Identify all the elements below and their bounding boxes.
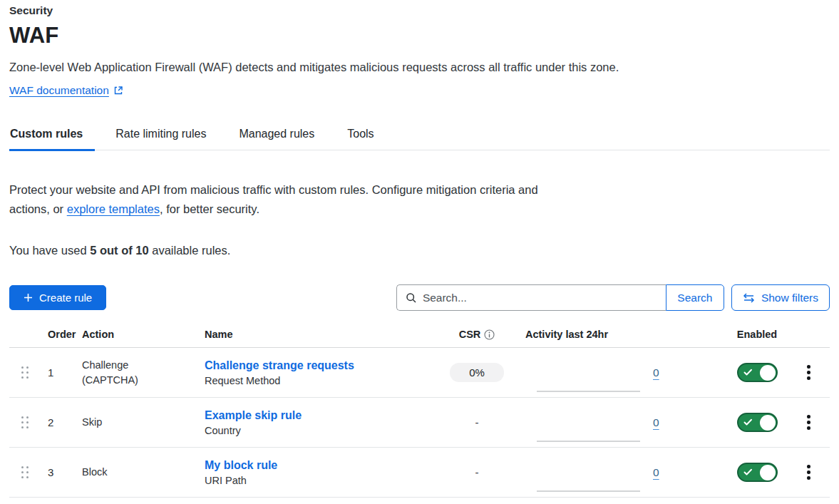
intro-text-after: , for better security. [160,202,259,215]
rule-name-link[interactable]: Example skip rule [205,409,302,422]
rules-usage-text: You have used 5 out of 10 available rule… [9,244,830,257]
checkmark-icon [743,369,753,376]
left-right-arrows-icon [743,293,755,303]
csr-badge: 0% [450,363,504,382]
tab-custom-rules[interactable]: Custom rules [9,120,83,150]
rule-enabled-cell [726,413,788,432]
rule-menu-cell [788,362,830,383]
search-input[interactable] [423,292,657,304]
rule-action: Skip [82,415,162,430]
rule-menu-cell [788,412,830,433]
page-description: Zone-level Web Application Firewall (WAF… [9,61,830,74]
table-row: 3 Block My block rule URI Path - 0 [9,448,830,498]
enabled-toggle[interactable] [737,413,778,432]
rule-csr-cell: - [441,416,513,428]
activity-count-link[interactable]: 0 [653,416,659,429]
enabled-toggle[interactable] [737,363,778,382]
checkmark-icon [743,418,753,426]
tab-bar: Custom rules Rate limiting rules Managed… [9,120,830,150]
kebab-menu-icon[interactable] [801,462,816,483]
breadcrumb: Security [9,4,830,17]
tab-managed-rules[interactable]: Managed rules [238,120,315,150]
activity-count-link[interactable]: 0 [653,366,659,379]
drag-handle-icon[interactable] [9,416,41,429]
rule-name-cell: Challenge strange requests Request Metho… [205,359,441,386]
rule-enabled-cell [726,363,788,382]
show-filters-label: Show filters [761,292,818,304]
rule-action: Challenge (CAPTCHA) [82,358,162,388]
activity-sparkline [537,466,640,492]
checkmark-icon [743,468,753,476]
rule-order: 2 [41,416,82,428]
rule-name-link[interactable]: My block rule [205,459,277,472]
header-action: Action [82,329,205,340]
kebab-menu-icon[interactable] [801,412,816,433]
drag-handle-icon[interactable] [9,366,41,379]
plus-icon [24,293,33,302]
rule-field: Country [205,425,441,436]
waf-page: Security WAF Zone-level Web Application … [0,0,839,498]
usage-prefix: You have used [9,244,90,257]
header-name: Name [205,329,441,340]
external-link-icon [113,86,123,96]
header-activity: Activity last 24hr [513,329,726,340]
rule-csr-cell: - [441,466,513,478]
rule-menu-cell [788,462,830,483]
activity-count-link[interactable]: 0 [653,466,659,479]
rule-field: Request Method [205,375,441,386]
rule-order: 3 [41,466,82,478]
info-circle-icon[interactable] [484,329,495,340]
rule-field: URI Path [205,475,441,486]
header-order: Order [41,329,82,340]
toggle-knob [760,365,776,381]
activity-sparkline [537,416,640,442]
usage-suffix: available rules. [149,244,231,257]
search-icon [406,292,417,304]
table-row: 1 Challenge (CAPTCHA) Challenge strange … [9,348,830,398]
rule-activity-cell: 0 [513,410,726,436]
drag-handle-icon[interactable] [9,466,41,479]
toggle-knob [760,415,776,431]
rule-enabled-cell [726,463,788,482]
header-enabled: Enabled [726,329,788,340]
rule-activity-cell: 0 [513,460,726,485]
rules-table: Order Action Name CSR Activity last 24hr… [9,322,830,498]
search-box [396,284,666,311]
rule-name-cell: My block rule URI Path [205,459,441,486]
toggle-knob [760,465,776,480]
rule-order: 1 [41,366,82,379]
tab-tools[interactable]: Tools [346,120,374,150]
show-filters-button[interactable]: Show filters [731,284,830,311]
toolbar: Create rule Search [9,284,830,311]
csr-value: - [475,416,479,428]
tab-rate-limiting-rules[interactable]: Rate limiting rules [115,120,207,150]
create-rule-button[interactable]: Create rule [9,285,106,310]
table-row: 2 Skip Example skip rule Country - 0 [9,398,830,448]
header-csr-label: CSR [459,329,481,340]
search-button[interactable]: Search [666,284,724,311]
activity-sparkline [537,366,640,392]
header-csr: CSR [441,329,513,340]
intro-text: Protect your website and API from malici… [9,180,540,219]
explore-templates-link[interactable]: explore templates [67,202,160,215]
usage-count: 5 out of 10 [90,244,149,257]
rule-name-link[interactable]: Challenge strange requests [205,359,354,372]
csr-value: - [475,466,479,478]
rule-csr-cell: 0% [441,363,513,382]
waf-documentation-link[interactable]: WAF documentation [9,84,109,97]
rule-name-cell: Example skip rule Country [205,409,441,436]
page-title: WAF [9,23,830,48]
rule-activity-cell: 0 [513,360,726,386]
enabled-toggle[interactable] [737,463,778,482]
kebab-menu-icon[interactable] [801,362,816,383]
rule-action: Block [82,465,162,480]
table-header-row: Order Action Name CSR Activity last 24hr… [9,322,830,348]
create-rule-label: Create rule [39,292,92,304]
